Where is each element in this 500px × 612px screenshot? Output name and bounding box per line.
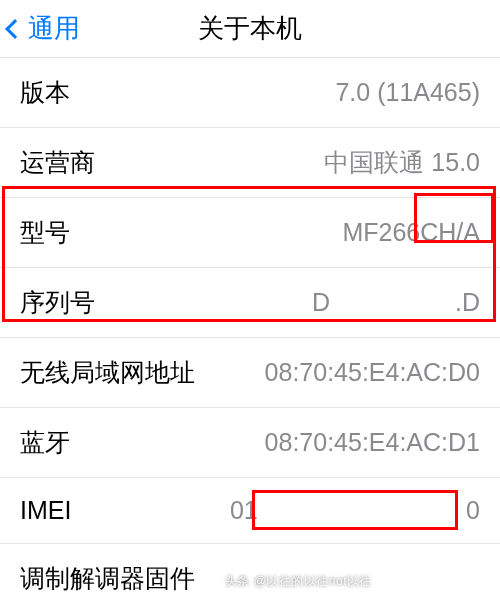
watermark-text: 头条 @以往的以往not以往 [225,573,372,590]
row-model[interactable]: 型号 MF266CH/A [0,198,500,268]
row-version[interactable]: 版本 7.0 (11A465) [0,58,500,128]
value: 08:70:45:E4:AC:D0 [265,358,480,387]
settings-list: 版本 7.0 (11A465) 运营商 中国联通 15.0 型号 MF266CH… [0,58,500,612]
back-label: 通用 [28,11,80,46]
label: 型号 [20,216,70,249]
row-serial[interactable]: 序列号 D .D [0,268,500,338]
nav-header: 通用 关于本机 [0,0,500,58]
value: 08:70:45:E4:AC:D1 [265,428,480,457]
row-wifi-mac[interactable]: 无线局域网地址 08:70:45:E4:AC:D0 [0,338,500,408]
label: IMEI [20,496,71,525]
value: 7.0 (11A465) [335,78,480,107]
value: D .D [312,288,480,317]
row-carrier[interactable]: 运营商 中国联通 15.0 [0,128,500,198]
label: 无线局域网地址 [20,356,195,389]
row-bluetooth[interactable]: 蓝牙 08:70:45:E4:AC:D1 [0,408,500,478]
value: MF266CH/A [342,218,480,247]
label: 蓝牙 [20,426,70,459]
page-title: 关于本机 [198,11,302,46]
chevron-left-icon [5,19,25,39]
label: 版本 [20,76,70,109]
label: 调制解调器固件 [20,562,195,595]
label: 序列号 [20,286,95,319]
row-imei[interactable]: IMEI 01 0 [0,478,500,544]
value: 01 0 [230,496,480,525]
label: 运营商 [20,146,95,179]
value: 中国联通 15.0 [324,146,480,179]
back-button[interactable]: 通用 [0,11,80,46]
